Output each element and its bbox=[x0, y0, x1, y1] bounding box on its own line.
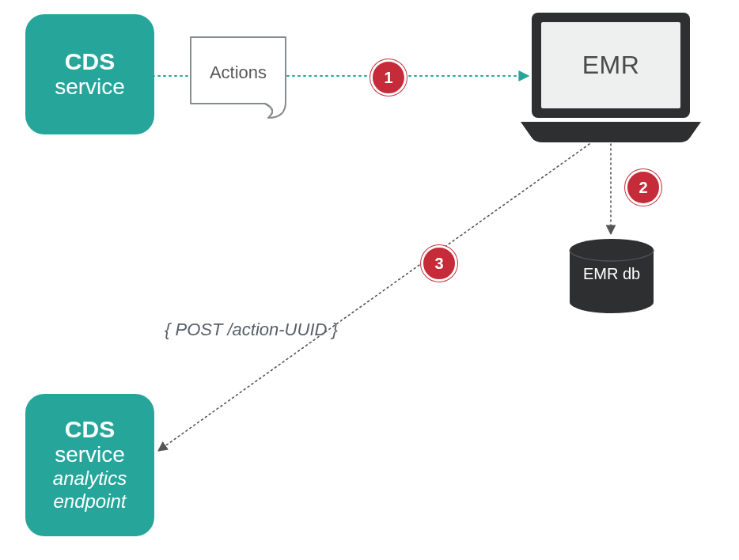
cds-em1: analytics bbox=[53, 467, 127, 490]
cds-subtitle-top: service bbox=[55, 74, 125, 100]
cds-title-bottom: CDS bbox=[65, 417, 115, 442]
badge-2-number: 2 bbox=[639, 179, 647, 197]
svg-point-8 bbox=[570, 291, 654, 313]
svg-line-3 bbox=[158, 144, 589, 451]
cds-service-box-bottom: CDS service analytics endpoint bbox=[25, 394, 154, 536]
step-badge-2: 2 bbox=[625, 169, 661, 206]
step-badge-3: 3 bbox=[421, 245, 457, 282]
actions-label: Actions bbox=[189, 36, 287, 110]
badge-1-number: 1 bbox=[384, 69, 392, 87]
emr-laptop: EMR bbox=[521, 11, 701, 142]
emr-db: EMR db bbox=[568, 237, 655, 316]
post-action-label: { POST /action-UUID } bbox=[165, 320, 338, 340]
step-badge-1: 1 bbox=[370, 59, 407, 96]
actions-document: Actions bbox=[189, 36, 287, 118]
emr-label: EMR bbox=[540, 25, 682, 104]
badge-3-number: 3 bbox=[434, 255, 443, 273]
cds-service-box-top: CDS service bbox=[25, 14, 154, 134]
db-label: EMR db bbox=[568, 265, 655, 283]
cds-subtitle-bottom: service bbox=[55, 442, 125, 467]
diagram-stage: CDS service Actions EMR EMR db bbox=[0, 0, 739, 560]
cds-em2: endpoint bbox=[53, 490, 126, 513]
cds-title-top: CDS bbox=[65, 49, 115, 74]
